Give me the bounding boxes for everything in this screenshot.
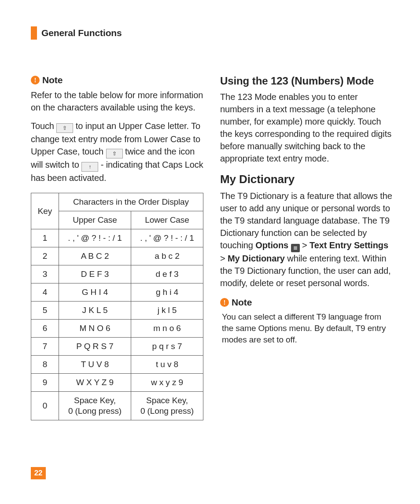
- cell-upper: G H I 4: [59, 283, 131, 302]
- cell-lower: Space Key,0 (Long press): [131, 392, 203, 420]
- table-header-lower: Lower Case: [131, 211, 203, 229]
- cell-upper: Space Key,0 (Long press): [59, 392, 131, 420]
- table-header-upper: Upper Case: [59, 211, 131, 229]
- table-row: 3D E F 3d e f 3: [31, 265, 203, 283]
- table-row: 1. , ' @ ? ! - : / 1. , ' @ ? ! - : / 1: [31, 229, 203, 247]
- cell-upper: D E F 3: [59, 265, 131, 283]
- note-label: Note: [232, 297, 252, 308]
- table-row: 2A B C 2a b c 2: [31, 247, 203, 265]
- text-fragment: Touch: [31, 121, 56, 131]
- cell-lower: w x y z 9: [131, 374, 203, 392]
- paragraph-my-dictionary: The T9 Dictionary is a feature that allo…: [220, 190, 393, 289]
- note-heading: ! Note: [220, 297, 393, 308]
- separator: >: [300, 240, 310, 250]
- cell-lower: j k l 5: [131, 302, 203, 320]
- note-heading: ! Note: [31, 75, 203, 85]
- cell-upper: . , ' @ ? ! - : / 1: [59, 229, 131, 247]
- paragraph-123-mode: The 123 Mode enables you to enter number…: [220, 91, 393, 165]
- table-row: 6M N O 6m n o 6: [31, 320, 203, 338]
- cell-upper: J K L 5: [59, 302, 131, 320]
- cell-key: 5: [31, 302, 59, 320]
- header-accent: [31, 26, 37, 40]
- note-label: Note: [42, 75, 63, 85]
- right-column: Using the 123 (Numbers) Mode The 123 Mod…: [220, 75, 393, 420]
- cell-key: 2: [31, 247, 59, 265]
- table-row: 5J K L 5j k l 5: [31, 302, 203, 320]
- cell-lower: m n o 6: [131, 320, 203, 338]
- cell-key: 4: [31, 283, 59, 302]
- options-label: Options: [255, 240, 288, 250]
- menu-icon: ≣: [291, 244, 300, 252]
- table-row: 7P Q R S 7p q r s 7: [31, 338, 203, 356]
- cell-lower: d e f 3: [131, 265, 203, 283]
- shift-key-icon: ⇧: [106, 149, 123, 158]
- shift-key-icon: ⇧: [56, 123, 73, 133]
- table-header-key: Key: [31, 193, 59, 229]
- heading-123-mode: Using the 123 (Numbers) Mode: [220, 75, 393, 87]
- cell-lower: a b c 2: [131, 247, 203, 265]
- cell-key: 1: [31, 229, 59, 247]
- text-entry-settings-label: Text Entry Settings: [309, 240, 388, 250]
- cell-key: 3: [31, 265, 59, 283]
- table-row: 4G H I 4g h i 4: [31, 283, 203, 302]
- note-text: You can select a different T9 language f…: [220, 311, 393, 346]
- cell-upper: P Q R S 7: [59, 338, 131, 356]
- character-table: Key Characters in the Order Display Uppe…: [31, 193, 203, 420]
- caps-lock-key-icon: ↑: [81, 162, 98, 172]
- cell-key: 6: [31, 320, 59, 338]
- note-paragraph-2: Touch ⇧ to input an Upper Case letter. T…: [31, 120, 203, 184]
- header-title: General Functions: [41, 28, 122, 38]
- cell-upper: A B C 2: [59, 247, 131, 265]
- cell-key: 7: [31, 338, 59, 356]
- table-row: 0Space Key,0 (Long press)Space Key,0 (Lo…: [31, 392, 203, 420]
- note-icon: !: [220, 298, 229, 307]
- section-header: General Functions: [31, 26, 393, 40]
- page-number: 22: [31, 467, 46, 479]
- cell-key: 8: [31, 356, 59, 374]
- cell-upper: W X Y Z 9: [59, 374, 131, 392]
- cell-lower: g h i 4: [131, 283, 203, 302]
- table-row: 8T U V 8t u v 8: [31, 356, 203, 374]
- heading-my-dictionary: My Dictionary: [220, 173, 393, 186]
- cell-lower: p q r s 7: [131, 338, 203, 356]
- note-icon: !: [31, 76, 40, 85]
- note-paragraph-1: Refer to the table below for more inform…: [31, 89, 203, 114]
- table-row: 9W X Y Z 9w x y z 9: [31, 374, 203, 392]
- cell-key: 0: [31, 392, 59, 420]
- separator: >: [220, 254, 228, 263]
- cell-lower: t u v 8: [131, 356, 203, 374]
- cell-upper: T U V 8: [59, 356, 131, 374]
- left-column: ! Note Refer to the table below for more…: [31, 75, 203, 420]
- cell-key: 9: [31, 374, 59, 392]
- table-header-span: Characters in the Order Display: [59, 193, 203, 211]
- cell-upper: M N O 6: [59, 320, 131, 338]
- my-dictionary-label: My Dictionary: [228, 254, 285, 263]
- cell-lower: . , ' @ ? ! - : / 1: [131, 229, 203, 247]
